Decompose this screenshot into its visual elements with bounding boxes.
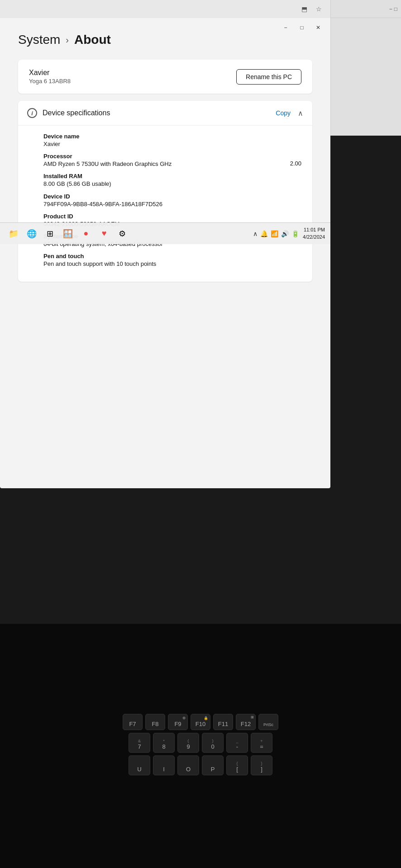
key-f7[interactable]: F7 xyxy=(123,714,143,730)
taskbar-right: ∧ 🔔 📶 🔊 🔋 11:01 PM 4/22/2024 xyxy=(253,226,325,241)
restore-button[interactable]: □ xyxy=(295,23,309,33)
spec-row-processor: Processor AMD Ryzen 5 7530U with Radeon … xyxy=(43,153,301,168)
specs-body: Device name Xavier Processor AMD Ryzen 5… xyxy=(18,126,312,282)
minimize-button[interactable]: − xyxy=(279,23,292,33)
taskbar-date-display: 4/22/2024 xyxy=(303,234,325,241)
pc-name-text: Xavier Yoga 6 13ABR8 xyxy=(29,69,71,85)
key-f8[interactable]: F8 xyxy=(145,714,165,730)
taskbar-file-explorer[interactable]: 📁 xyxy=(5,226,22,242)
key-9[interactable]: ( 9 xyxy=(177,733,199,753)
key-o[interactable]: O xyxy=(177,755,199,775)
taskbar-chrome[interactable]: ● xyxy=(78,226,94,242)
spec-row-device-name: Device name Xavier xyxy=(43,133,301,148)
spec-value-ram: 8.00 GB (5.86 GB usable) xyxy=(43,180,111,188)
taskbar-clock[interactable]: 11:01 PM 4/22/2024 xyxy=(303,226,325,241)
breadcrumb-current: About xyxy=(74,33,111,47)
taskbar-widgets[interactable]: 🪟 xyxy=(60,226,76,242)
keyboard-letter-row: U I O P { [ } ] xyxy=(129,755,272,775)
key-minus[interactable]: _ - xyxy=(226,733,248,753)
spec-label-ram: Installed RAM xyxy=(43,173,301,179)
taskbar-settings[interactable]: ⚙ xyxy=(114,226,130,242)
taskbar-start[interactable]: ⊞ xyxy=(42,226,58,242)
pc-name-card: Xavier Yoga 6 13ABR8 Rename this PC xyxy=(18,60,312,94)
screen-right-partial: − □ xyxy=(330,0,401,136)
window-controls: − □ ✕ xyxy=(279,23,325,33)
key-f9[interactable]: ⚙ F9 xyxy=(168,714,188,730)
specs-header: i Device specifications Copy ∧ xyxy=(18,101,312,126)
key-u[interactable]: U xyxy=(129,755,150,775)
key-prtsc[interactable]: PrtSc xyxy=(258,714,278,730)
pc-name: Xavier xyxy=(29,69,71,77)
taskbar-battery-icon[interactable]: 🔋 xyxy=(291,230,299,237)
taskbar-left: 📁 🌐 ⊞ 🪟 ● ♥ ⚙ xyxy=(5,226,130,242)
key-lbracket[interactable]: { [ xyxy=(226,755,248,775)
keyboard-number-row: & 7 * 8 ( 9 ) 0 _ - + = xyxy=(129,733,272,753)
screen: ⬒ ☆ − □ ✕ System › About Xavier Yoga 6 1… xyxy=(0,0,330,488)
key-i[interactable]: I xyxy=(153,755,175,775)
spec-row-ram: Installed RAM 8.00 GB (5.86 GB usable) xyxy=(43,173,301,188)
spec-label-product-id: Product ID xyxy=(43,213,301,220)
info-icon: i xyxy=(27,108,37,118)
chevron-up-icon[interactable]: ∧ xyxy=(298,109,303,118)
taskbar-system-icons: ∧ 🔔 📶 🔊 🔋 xyxy=(253,230,299,237)
main-content: System › About Xavier Yoga 6 13ABR8 Rena… xyxy=(0,18,330,296)
key-p[interactable]: P xyxy=(202,755,224,775)
key-equals[interactable]: + = xyxy=(251,733,272,753)
spec-value-device-name: Xavier xyxy=(43,140,60,148)
taskbar-edge[interactable]: 🌐 xyxy=(24,226,40,242)
taskbar-notifications-icon[interactable]: 🔔 xyxy=(260,230,268,237)
breadcrumb-parent[interactable]: System xyxy=(18,33,60,47)
star-icon[interactable]: ☆ xyxy=(312,3,325,15)
specs-header-left: i Device specifications xyxy=(27,108,110,118)
key-0[interactable]: ) 0 xyxy=(202,733,224,753)
breadcrumb: System › About xyxy=(18,33,312,47)
spec-value-processor: AMD Ryzen 5 7530U with Radeon Graphics G… xyxy=(43,160,172,168)
rename-pc-button[interactable]: Rename this PC xyxy=(236,69,301,85)
key-f11[interactable]: F11 xyxy=(213,714,233,730)
title-bar: ⬒ ☆ xyxy=(0,0,330,18)
specs-header-right: Copy ∧ xyxy=(276,109,303,118)
specs-title: Device specifications xyxy=(43,109,110,117)
taskbar-wifi-icon[interactable]: 📶 xyxy=(271,230,278,237)
pc-model: Yoga 6 13ABR8 xyxy=(29,78,71,85)
share-icon[interactable]: ⬒ xyxy=(298,3,310,15)
breadcrumb-separator: › xyxy=(66,35,69,45)
spec-value-device-id: 794FF09A-9BB8-458A-9BFA-186A18F7D526 xyxy=(43,200,162,208)
spec-label-device-name: Device name xyxy=(43,133,301,140)
spec-row-pen-touch: Pen and touch Pen and touch support with… xyxy=(43,253,301,268)
key-f10[interactable]: 🔒 F10 xyxy=(191,714,210,730)
taskbar-chevron-icon[interactable]: ∧ xyxy=(253,230,258,237)
key-rbracket[interactable]: } ] xyxy=(251,755,272,775)
spec-value-pen-touch: Pen and touch support with 10 touch poin… xyxy=(43,260,156,268)
keyboard-fn-row: F7 F8 ⚙ F9 🔒 F10 F11 ⊞ F12 PrtSc xyxy=(123,714,278,730)
key-7[interactable]: & 7 xyxy=(129,733,150,753)
copy-button[interactable]: Copy xyxy=(276,109,291,117)
spec-label-device-id: Device ID xyxy=(43,193,301,200)
keyboard-area: F7 F8 ⚙ F9 🔒 F10 F11 ⊞ F12 PrtSc & 7 xyxy=(0,624,401,868)
spec-row-device-id: Device ID 794FF09A-9BB8-458A-9BFA-186A18… xyxy=(43,193,301,208)
device-specs-card: i Device specifications Copy ∧ Device na… xyxy=(18,101,312,282)
taskbar-volume-icon[interactable]: 🔊 xyxy=(281,230,289,237)
spec-extra-processor: 2.00 xyxy=(290,160,301,167)
taskbar-app1[interactable]: ♥ xyxy=(96,226,112,242)
key-8[interactable]: * 8 xyxy=(153,733,175,753)
spec-label-processor: Processor xyxy=(43,153,301,160)
taskbar: 📁 🌐 ⊞ 🪟 ● ♥ ⚙ ∧ 🔔 📶 🔊 🔋 11:01 PM 4/22/20… xyxy=(0,222,330,244)
spec-label-pen-touch: Pen and touch xyxy=(43,253,301,259)
taskbar-time-display: 11:01 PM xyxy=(303,226,325,233)
key-f12[interactable]: ⊞ F12 xyxy=(236,714,256,730)
close-button[interactable]: ✕ xyxy=(311,23,325,33)
